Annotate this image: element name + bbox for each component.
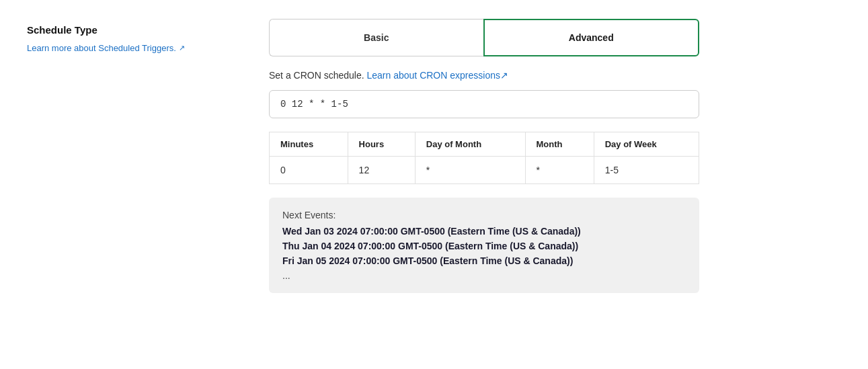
col-header-day-of-month: Day of Month: [415, 132, 525, 157]
schedule-type-title: Schedule Type: [27, 24, 215, 36]
cell-day-of-week: 1-5: [594, 157, 699, 184]
col-header-day-of-week: Day of Week: [594, 132, 699, 157]
cell-day-of-month: *: [415, 157, 525, 184]
right-panel: Basic Advanced Set a CRON schedule. Lear…: [269, 19, 699, 293]
col-header-hours: Hours: [348, 132, 415, 157]
table-row: 0 12 * * 1-5: [270, 157, 699, 184]
next-event-1: Wed Jan 03 2024 07:00:00 GMT-0500 (Easte…: [282, 226, 686, 237]
next-events-box: Next Events: Wed Jan 03 2024 07:00:00 GM…: [269, 198, 699, 293]
schedule-type-toggle: Basic Advanced: [269, 19, 699, 56]
cell-minutes: 0: [270, 157, 348, 184]
cron-expression-input[interactable]: [269, 90, 699, 118]
next-event-3: Fri Jan 05 2024 07:00:00 GMT-0500 (Easte…: [282, 255, 686, 266]
left-panel: Schedule Type Learn more about Scheduled…: [27, 19, 215, 53]
learn-cron-link[interactable]: Learn about CRON expressions↗: [367, 70, 508, 81]
col-header-month: Month: [525, 132, 594, 157]
cell-hours: 12: [348, 157, 415, 184]
next-event-more: ...: [282, 270, 686, 281]
basic-toggle-button[interactable]: Basic: [269, 19, 483, 56]
learn-scheduled-triggers-link[interactable]: Learn more about Scheduled Triggers. ↗: [27, 43, 185, 53]
cell-month: *: [525, 157, 594, 184]
next-event-2: Thu Jan 04 2024 07:00:00 GMT-0500 (Easte…: [282, 241, 686, 251]
advanced-toggle-button[interactable]: Advanced: [483, 19, 700, 56]
col-header-minutes: Minutes: [270, 132, 348, 157]
cron-breakdown-table: Minutes Hours Day of Month Month Day of …: [269, 132, 699, 184]
main-layout: Schedule Type Learn more about Scheduled…: [27, 19, 841, 293]
external-link-icon: ↗: [179, 44, 185, 52]
cron-description: Set a CRON schedule. Learn about CRON ex…: [269, 70, 699, 81]
next-events-label: Next Events:: [282, 210, 686, 220]
